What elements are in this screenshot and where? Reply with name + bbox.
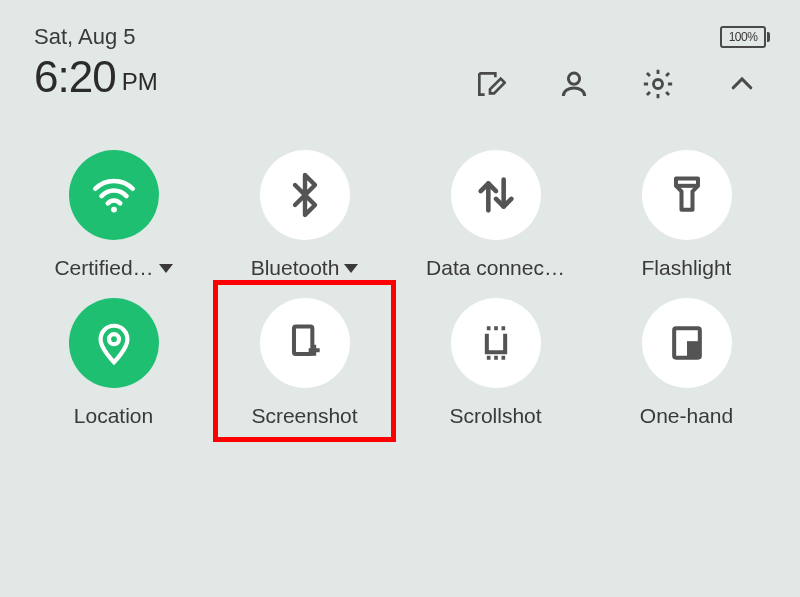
tile-onehand-label: One-hand xyxy=(640,404,733,428)
tile-data-toggle[interactable] xyxy=(451,150,541,240)
status-time: 6:20 xyxy=(34,52,116,102)
quick-settings-grid: Certified… Bluetooth xyxy=(24,150,776,428)
tile-screenshot-toggle[interactable] xyxy=(260,298,350,388)
one-hand-icon xyxy=(665,321,709,365)
tile-data-label[interactable]: Data connec… xyxy=(426,256,565,280)
svg-point-2 xyxy=(111,207,117,213)
tile-flashlight-toggle[interactable] xyxy=(642,150,732,240)
tile-onehand-toggle[interactable] xyxy=(642,298,732,388)
tile-location-label: Location xyxy=(74,404,153,428)
svg-point-1 xyxy=(653,79,662,88)
edit-icon[interactable] xyxy=(472,66,508,102)
profile-icon[interactable] xyxy=(556,66,592,102)
tile-location[interactable]: Location xyxy=(24,298,203,428)
settings-icon[interactable] xyxy=(640,66,676,102)
tile-wifi-label[interactable]: Certified… xyxy=(54,256,172,280)
svg-point-0 xyxy=(568,73,579,84)
location-icon xyxy=(91,320,137,366)
tile-flashlight[interactable]: Flashlight xyxy=(597,150,776,280)
battery-percent: 100% xyxy=(720,26,766,48)
battery-indicator: 100% xyxy=(720,26,770,48)
flashlight-icon xyxy=(665,173,709,217)
tile-scrollshot[interactable]: Scrollshot xyxy=(406,298,585,428)
battery-tip xyxy=(767,32,770,42)
status-left: Sat, Aug 5 6:20 PM xyxy=(34,24,158,102)
bluetooth-icon xyxy=(281,171,329,219)
svg-point-3 xyxy=(109,334,119,344)
tile-bluetooth-toggle[interactable] xyxy=(260,150,350,240)
tile-wifi[interactable]: Certified… xyxy=(24,150,203,280)
scrollshot-icon xyxy=(474,321,518,365)
chevron-down-icon xyxy=(344,264,358,273)
tile-screenshot-label: Screenshot xyxy=(251,404,357,428)
collapse-icon[interactable] xyxy=(724,66,760,102)
screenshot-icon xyxy=(283,321,327,365)
chevron-down-icon xyxy=(159,264,173,273)
tile-location-toggle[interactable] xyxy=(69,298,159,388)
quick-settings-panel: Sat, Aug 5 6:20 PM 100% xyxy=(0,0,800,452)
status-date: Sat, Aug 5 xyxy=(34,24,158,50)
tile-data[interactable]: Data connec… xyxy=(406,150,585,280)
tile-scrollshot-label: Scrollshot xyxy=(449,404,541,428)
tile-bluetooth[interactable]: Bluetooth xyxy=(215,150,394,280)
tile-bluetooth-label[interactable]: Bluetooth xyxy=(251,256,359,280)
tile-screenshot[interactable]: Screenshot xyxy=(215,298,394,428)
tile-onehand[interactable]: One-hand xyxy=(597,298,776,428)
status-clock: 6:20 PM xyxy=(34,52,158,102)
tile-flashlight-label: Flashlight xyxy=(642,256,732,280)
tile-wifi-toggle[interactable] xyxy=(69,150,159,240)
svg-rect-6 xyxy=(687,341,700,358)
wifi-icon xyxy=(89,170,139,220)
tile-scrollshot-toggle[interactable] xyxy=(451,298,541,388)
status-ampm: PM xyxy=(122,68,158,102)
mobile-data-icon xyxy=(473,172,519,218)
